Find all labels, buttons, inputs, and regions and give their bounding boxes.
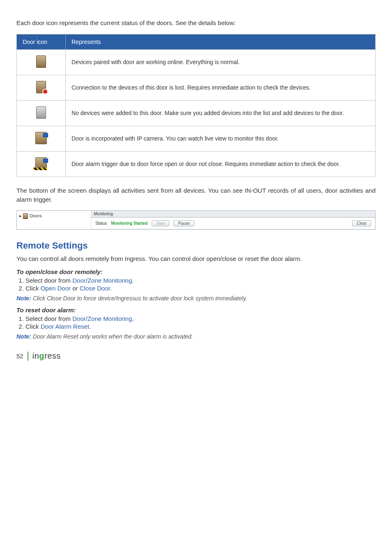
- col-represents: Represents: [66, 34, 376, 49]
- status-label: Status: [95, 221, 107, 226]
- intro-text: Each door icon represents the current st…: [16, 18, 376, 28]
- link-door-zone-monitoring: Door/Zone Monitoring: [72, 277, 132, 284]
- door-icon-cell: [17, 100, 66, 126]
- footer-divider: [28, 352, 28, 361]
- status-bar: Status Monitoring Started Start Pause Cl…: [91, 218, 375, 229]
- door-represents-cell: Door alarm trigger due to door force ope…: [66, 151, 376, 177]
- link-close-door: Close Door: [80, 285, 110, 292]
- monitoring-screenshot: ▸ Doors Monitoring Status Monitoring Sta…: [16, 210, 376, 230]
- door-represents-cell: Connection to the devices of this door i…: [66, 75, 376, 100]
- col-door-icon: Door icon: [17, 34, 66, 49]
- door-icon-cell: [17, 49, 66, 75]
- table-row: No devices were added to this door. Make…: [17, 100, 376, 126]
- after-table-text: The bottom of the screen displays all ac…: [16, 186, 376, 204]
- start-button[interactable]: Start: [152, 220, 169, 226]
- door-icon-cell: [17, 75, 66, 100]
- step: Click Open Door or Close Door.: [25, 285, 376, 292]
- normal-door-icon: [36, 55, 46, 68]
- lost-door-icon: [36, 81, 46, 93]
- door-represents-cell: Door is incorporated with IP camera. You…: [66, 126, 376, 151]
- tree-root[interactable]: ▸ Doors: [17, 212, 91, 220]
- table-row: Door is incorporated with IP camera. You…: [17, 126, 376, 151]
- link-door-alarm-reset: Door Alarm Reset: [41, 323, 89, 330]
- brand-logo: ingress: [32, 351, 61, 361]
- link-door-zone-monitoring: Door/Zone Monitoring: [72, 315, 132, 322]
- door-icon-cell: [17, 126, 66, 151]
- remote-para: You can control all doors remotely from …: [16, 254, 376, 263]
- step: Click Door Alarm Reset.: [25, 323, 376, 330]
- table-row: Door alarm trigger due to door force ope…: [17, 151, 376, 177]
- table-row: Devices paired with door are working onl…: [17, 49, 376, 75]
- pause-button[interactable]: Pause: [173, 220, 194, 226]
- table-row: Connection to the devices of this door i…: [17, 75, 376, 100]
- page-number: 52: [16, 353, 23, 360]
- open-close-note: Note: Click Close Door to force device/I…: [16, 295, 376, 302]
- clear-button[interactable]: Clear: [352, 220, 371, 226]
- door-icons-table: Door icon Represents Devices paired with…: [16, 34, 376, 177]
- open-close-steps: Select door from Door/Zone Monitoring. C…: [16, 277, 376, 292]
- remote-heading: Remote Settings: [16, 240, 376, 251]
- reset-steps: Select door from Door/Zone Monitoring. C…: [16, 315, 376, 330]
- reset-title: To reset door alarm:: [16, 307, 376, 313]
- step: Select door from Door/Zone Monitoring.: [25, 277, 376, 284]
- cam-door-icon: [35, 132, 47, 144]
- reset-note: Note: Door Alarm Reset only works when t…: [16, 333, 376, 340]
- page-footer: 52 ingress: [16, 351, 376, 361]
- status-value: Monitoring Started: [111, 221, 148, 226]
- door-represents-cell: No devices were added to this door. Make…: [66, 100, 376, 126]
- door-icon-cell: [17, 151, 66, 177]
- step: Select door from Door/Zone Monitoring.: [25, 315, 376, 322]
- panel-title: Monitoring: [91, 211, 375, 217]
- door-represents-cell: Devices paired with door are working onl…: [66, 49, 376, 75]
- empty-door-icon: [36, 106, 46, 119]
- door-tree: ▸ Doors: [17, 211, 91, 229]
- alarm-door-icon: [35, 157, 47, 170]
- link-open-door: Open Door: [41, 285, 71, 292]
- open-close-title: To open/close door remotely:: [16, 268, 376, 275]
